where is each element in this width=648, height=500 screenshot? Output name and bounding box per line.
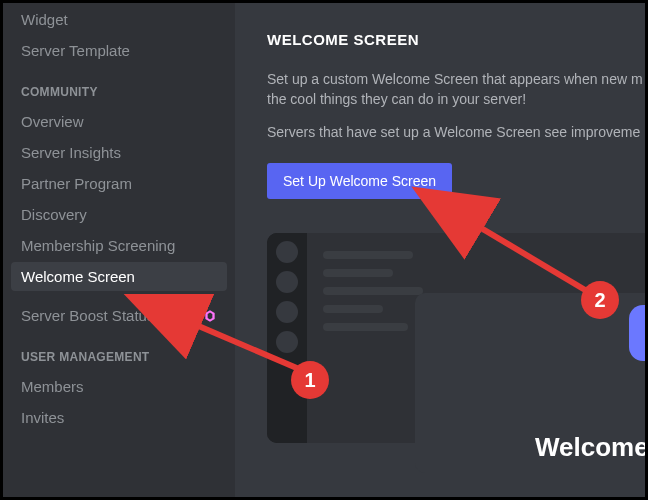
- welcome-preview-card: Welcome to W: [415, 293, 645, 473]
- boost-icon: [203, 309, 217, 323]
- annotation-badge-1: 1: [293, 363, 327, 397]
- sidebar-item-label: Overview: [21, 113, 84, 130]
- sidebar-item-label: Invites: [21, 409, 64, 426]
- sidebar-item-server-template[interactable]: Server Template: [11, 36, 227, 65]
- welcome-preview: Welcome to W: [267, 233, 645, 453]
- page-description: Set up a custom Welcome Screen that appe…: [267, 70, 645, 109]
- sidebar-item-label: Welcome Screen: [21, 268, 135, 285]
- sidebar-item-invites[interactable]: Invites: [11, 403, 227, 432]
- sidebar-item-welcome-screen[interactable]: Welcome Screen: [11, 262, 227, 291]
- sidebar-item-discovery[interactable]: Discovery: [11, 200, 227, 229]
- sidebar-item-membership-screening[interactable]: Membership Screening: [11, 231, 227, 260]
- sidebar-item-label: Server Insights: [21, 144, 121, 161]
- sidebar-item-server-boost-status[interactable]: Server Boost Status: [11, 301, 227, 330]
- main-content: WELCOME SCREEN Set up a custom Welcome S…: [235, 3, 645, 497]
- page-title: WELCOME SCREEN: [267, 31, 645, 48]
- app-frame: Widget Server Template COMMUNITY Overvie…: [0, 0, 648, 500]
- annotation-badge-2: 2: [583, 283, 617, 317]
- sidebar-item-label: Discovery: [21, 206, 87, 223]
- page-description-secondary: Servers that have set up a Welcome Scree…: [267, 123, 645, 143]
- robot-icon: [629, 305, 645, 361]
- sidebar-item-label: Partner Program: [21, 175, 132, 192]
- sidebar-item-widget[interactable]: Widget: [11, 5, 227, 34]
- sidebar-section-user-management: USER MANAGEMENT: [11, 332, 227, 370]
- welcome-preview-text: Welcome to W: [535, 432, 645, 463]
- sidebar-item-label: Widget: [21, 11, 68, 28]
- sidebar-item-label: Members: [21, 378, 84, 395]
- sidebar-item-partner-program[interactable]: Partner Program: [11, 169, 227, 198]
- sidebar-item-members[interactable]: Members: [11, 372, 227, 401]
- set-up-welcome-screen-button[interactable]: Set Up Welcome Screen: [267, 163, 452, 199]
- sidebar-item-label: Membership Screening: [21, 237, 175, 254]
- sidebar-item-label: Server Template: [21, 42, 130, 59]
- sidebar-item-label: Server Boost Status: [21, 307, 154, 324]
- sidebar-section-community: COMMUNITY: [11, 67, 227, 105]
- settings-sidebar: Widget Server Template COMMUNITY Overvie…: [3, 3, 235, 497]
- sidebar-item-server-insights[interactable]: Server Insights: [11, 138, 227, 167]
- sidebar-item-overview[interactable]: Overview: [11, 107, 227, 136]
